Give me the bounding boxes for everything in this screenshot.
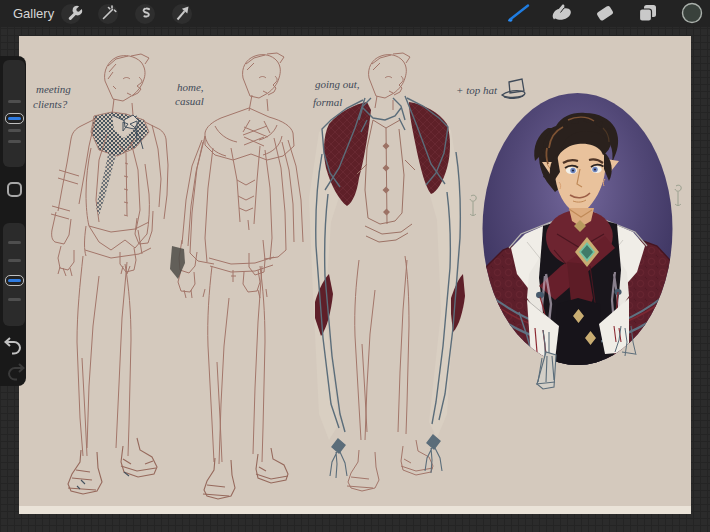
svg-text:+ top hat: + top hat [456,84,498,96]
svg-text:formal: formal [313,96,342,108]
svg-text:meeting: meeting [36,83,71,95]
svg-text:casual: casual [175,95,204,107]
svg-text:clients?: clients? [33,98,68,110]
svg-text:home,: home, [177,81,204,93]
svg-text:going out,: going out, [315,78,360,90]
